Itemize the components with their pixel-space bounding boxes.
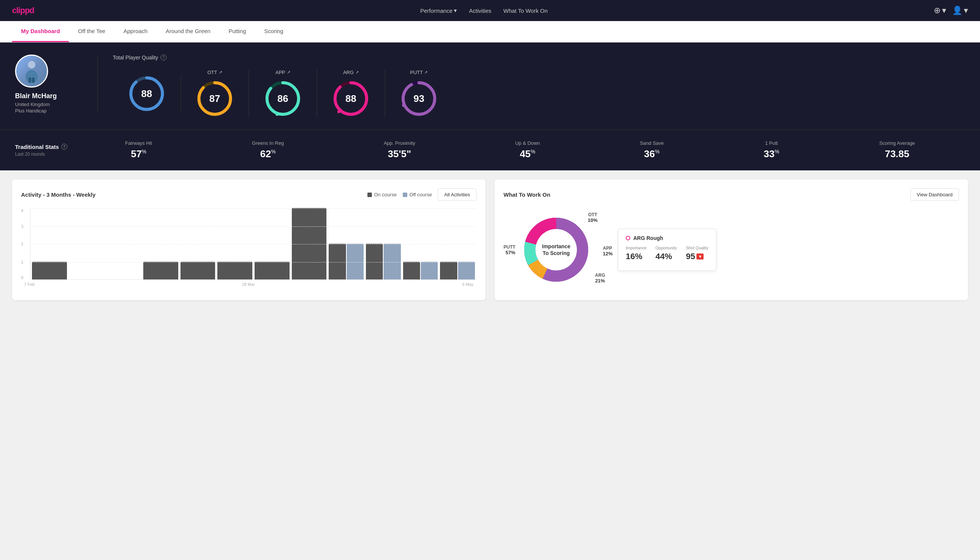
donut-label-putt: PUTT 57% [504,245,515,255]
nav-links: Performance ▾ Activities What To Work On [420,7,547,14]
bar-dark [217,262,252,280]
tab-bar: My Dashboard Off the Tee Approach Around… [0,21,980,42]
info-icon[interactable]: ? [161,55,166,60]
tab-scoring[interactable]: Scoring [255,21,292,42]
avatar-image [20,58,43,84]
circle-putt: 93 [400,80,438,117]
svg-rect-4 [32,77,35,83]
nav-activities[interactable]: Activities [469,8,491,14]
stat-sand-save: Sand Save 36% [640,140,664,160]
score-ott: OTT ↗ 87 [181,70,249,117]
stat-name: Fairways Hit [125,140,152,146]
work-card-dot-icon [626,236,630,240]
work-info-card: ARG Rough Importance 16% Opportunity 44%… [618,229,716,271]
all-activities-button[interactable]: All Activities [438,188,476,201]
svg-point-13 [276,113,279,116]
chart-title: Activity - 3 Months - Weekly [21,192,95,198]
bar-light [421,262,438,280]
score-value-putt: 93 [414,93,424,105]
app-logo: clippd [12,6,34,15]
bar-group-5 [181,262,215,280]
svg-point-10 [213,113,216,116]
legend-dot-on-course [368,193,372,197]
what-to-work-on-panel: What To Work On View Dashboard [494,179,968,300]
header-inner: Blair McHarg United Kingdom Plus Handica… [15,55,965,117]
arrow-up-icon: ↗ [424,70,428,75]
bar-dark [440,262,457,280]
bar-dark [143,262,178,280]
bar-group-10 [366,244,401,280]
stats-subtitle: Last 20 rounds [15,152,75,157]
score-overall: 88 [113,75,181,112]
tab-putting[interactable]: Putting [220,21,255,42]
y-label-0: 0 [21,275,23,280]
score-value-arg: 88 [346,93,356,105]
player-name: Blair McHarg [15,92,57,100]
score-app: APP ↗ 86 [249,70,317,117]
tab-off-the-tee[interactable]: Off the Tee [69,21,114,42]
work-panel-title: What To Work On [504,192,550,198]
legend-dot-off-course [403,193,407,197]
donut-center-label: Importance To Scoring [542,243,570,257]
stat-name: Up & Down [515,140,540,146]
bar-group-12 [440,262,475,280]
view-dashboard-button[interactable]: View Dashboard [910,188,959,201]
stats-label-section: Traditional Stats ? Last 20 rounds [15,144,75,157]
add-button[interactable]: ⊕ ▾ [934,6,946,15]
stat-name: 1 Putt [765,140,778,146]
avatar [15,55,48,88]
svg-point-19 [402,104,405,107]
quality-scores: 88 OTT ↗ 87 [113,70,965,117]
score-label-ott: OTT ↗ [208,70,222,75]
nav-what-to-work-on[interactable]: What To Work On [504,8,548,14]
svg-rect-3 [28,77,31,83]
down-arrow-icon: ▼ [696,253,704,260]
bar-group-8 [292,208,327,280]
bar-dark [329,244,346,280]
tab-around-the-green[interactable]: Around the Green [156,21,219,42]
bar-light [347,244,364,280]
stat-value: 45% [520,148,535,160]
chevron-down-icon: ▾ [942,6,946,15]
donut-label-arg: ARG 21% [595,273,605,283]
stat-value: 57% [131,148,146,160]
nav-performance[interactable]: Performance ▾ [420,7,457,14]
stat-value: 73.85 [885,148,909,160]
score-value-app: 86 [278,93,288,105]
bar-dark [403,262,420,280]
x-label-may: 9 May [462,282,473,287]
bar-dark [181,262,215,280]
work-card-title: ARG Rough [626,235,709,241]
stat-name: Scoring Average [879,140,915,146]
profile-button[interactable]: 👤 ▾ [952,6,968,15]
metric-value: 44% [656,252,677,262]
tab-my-dashboard[interactable]: My Dashboard [12,21,69,42]
score-label-putt: PUTT ↗ [410,70,428,75]
metric-label: Shot Quality [686,246,709,250]
stats-grid: Fairways Hit 57% Greens In Reg 62% App. … [75,140,965,160]
stat-value: 35'5" [388,148,411,160]
x-label-feb: 7 Feb [24,282,35,287]
tab-approach[interactable]: Approach [114,21,156,42]
score-value-overall: 88 [141,88,152,99]
stats-title: Traditional Stats ? [15,144,75,150]
dashboard-header: Blair McHarg United Kingdom Plus Handica… [0,42,980,129]
top-navigation: clippd Performance ▾ Activities What To … [0,0,980,21]
player-handicap: Plus Handicap [15,108,47,113]
info-icon-stats[interactable]: ? [61,144,67,150]
svg-point-16 [337,110,340,113]
legend-off-course: Off course [403,192,432,197]
donut-label-app: APP 12% [603,246,612,257]
stat-greens-in-reg: Greens In Reg 62% [252,140,284,160]
stat-fairways-hit: Fairways Hit 57% [125,140,152,160]
user-icon: 👤 [952,6,962,15]
stat-name: App. Proximity [384,140,415,146]
metric-importance: Importance 16% [626,246,646,262]
chevron-down-icon: ▾ [964,6,968,15]
stat-name: Sand Save [640,140,664,146]
chart-legend: On course Off course All Activities [368,188,476,201]
bar-group-6 [217,262,252,280]
arrow-up-icon: ↗ [355,70,359,75]
player-info: Blair McHarg United Kingdom Plus Handica… [15,55,98,113]
y-label-1: 1 [21,260,23,264]
